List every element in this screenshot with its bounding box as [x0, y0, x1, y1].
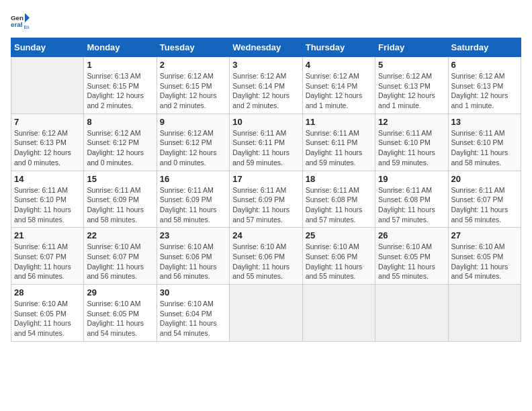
day-number: 7 [14, 117, 81, 127]
day-number: 16 [160, 174, 226, 184]
day-info: Sunrise: 6:11 AM Sunset: 6:10 PM Dayligh… [451, 128, 518, 168]
day-number: 4 [306, 60, 372, 70]
week-row-4: 21Sunrise: 6:11 AM Sunset: 6:07 PM Dayli… [11, 228, 521, 285]
day-number: 10 [232, 117, 299, 127]
day-number: 14 [14, 174, 81, 184]
day-number: 20 [451, 174, 518, 184]
calendar-cell: 28Sunrise: 6:10 AM Sunset: 6:05 PM Dayli… [11, 285, 84, 342]
day-info: Sunrise: 6:11 AM Sunset: 6:10 PM Dayligh… [14, 185, 81, 225]
day-info: Sunrise: 6:11 AM Sunset: 6:09 PM Dayligh… [160, 185, 226, 225]
weekday-header-monday: Monday [84, 38, 157, 57]
weekday-header-sunday: Sunday [11, 38, 84, 57]
day-number: 8 [87, 117, 153, 127]
calendar-cell: 7Sunrise: 6:12 AM Sunset: 6:13 PM Daylig… [11, 113, 84, 171]
calendar-cell: 1Sunrise: 6:13 AM Sunset: 6:15 PM Daylig… [84, 57, 157, 114]
day-info: Sunrise: 6:10 AM Sunset: 6:06 PM Dayligh… [306, 242, 372, 281]
day-number: 1 [87, 60, 153, 70]
calendar-cell: 10Sunrise: 6:11 AM Sunset: 6:11 PM Dayli… [230, 113, 302, 171]
calendar-cell: 15Sunrise: 6:11 AM Sunset: 6:09 PM Dayli… [84, 171, 157, 228]
calendar-cell [448, 285, 521, 342]
day-info: Sunrise: 6:10 AM Sunset: 6:05 PM Dayligh… [14, 299, 81, 338]
logo-icon: Gen eral Blue [11, 11, 30, 30]
calendar-cell: 18Sunrise: 6:11 AM Sunset: 6:08 PM Dayli… [302, 171, 375, 228]
day-info: Sunrise: 6:11 AM Sunset: 6:07 PM Dayligh… [451, 185, 518, 225]
calendar-cell [11, 57, 84, 114]
calendar-cell: 30Sunrise: 6:10 AM Sunset: 6:04 PM Dayli… [157, 285, 229, 342]
day-number: 3 [232, 60, 299, 70]
day-number: 11 [306, 117, 372, 127]
day-number: 28 [14, 287, 81, 298]
calendar-cell: 5Sunrise: 6:12 AM Sunset: 6:13 PM Daylig… [375, 57, 448, 114]
calendar-cell [230, 285, 302, 342]
calendar-cell: 9Sunrise: 6:12 AM Sunset: 6:12 PM Daylig… [157, 113, 229, 171]
week-row-5: 28Sunrise: 6:10 AM Sunset: 6:05 PM Dayli… [11, 285, 521, 342]
calendar-cell: 16Sunrise: 6:11 AM Sunset: 6:09 PM Dayli… [157, 171, 229, 228]
day-info: Sunrise: 6:11 AM Sunset: 6:08 PM Dayligh… [378, 185, 445, 225]
logo: Gen eral Blue [11, 11, 32, 30]
day-number: 19 [378, 174, 445, 184]
day-info: Sunrise: 6:11 AM Sunset: 6:10 PM Dayligh… [378, 128, 445, 168]
day-info: Sunrise: 6:12 AM Sunset: 6:15 PM Dayligh… [160, 71, 226, 111]
day-number: 2 [160, 60, 226, 70]
calendar-cell: 22Sunrise: 6:10 AM Sunset: 6:07 PM Dayli… [84, 228, 157, 285]
day-info: Sunrise: 6:12 AM Sunset: 6:12 PM Dayligh… [160, 128, 226, 168]
day-number: 5 [378, 60, 445, 70]
calendar-cell: 24Sunrise: 6:10 AM Sunset: 6:06 PM Dayli… [230, 228, 302, 285]
day-info: Sunrise: 6:12 AM Sunset: 6:14 PM Dayligh… [232, 71, 299, 111]
day-info: Sunrise: 6:11 AM Sunset: 6:08 PM Dayligh… [306, 185, 372, 225]
calendar-cell: 26Sunrise: 6:10 AM Sunset: 6:05 PM Dayli… [375, 228, 448, 285]
day-info: Sunrise: 6:12 AM Sunset: 6:12 PM Dayligh… [87, 128, 153, 168]
day-number: 23 [160, 230, 226, 240]
day-number: 24 [232, 230, 299, 240]
weekday-header-thursday: Thursday [302, 38, 375, 57]
weekday-header-wednesday: Wednesday [230, 38, 302, 57]
day-info: Sunrise: 6:11 AM Sunset: 6:09 PM Dayligh… [87, 185, 153, 225]
day-info: Sunrise: 6:10 AM Sunset: 6:05 PM Dayligh… [451, 242, 518, 281]
svg-marker-2 [25, 13, 30, 23]
calendar-cell: 11Sunrise: 6:11 AM Sunset: 6:11 PM Dayli… [302, 113, 375, 171]
calendar-cell: 4Sunrise: 6:12 AM Sunset: 6:14 PM Daylig… [302, 57, 375, 114]
weekday-header-saturday: Saturday [448, 38, 521, 57]
calendar-cell: 6Sunrise: 6:12 AM Sunset: 6:13 PM Daylig… [448, 57, 521, 114]
calendar-table: SundayMondayTuesdayWednesdayThursdayFrid… [11, 38, 521, 342]
calendar-cell: 29Sunrise: 6:10 AM Sunset: 6:05 PM Dayli… [84, 285, 157, 342]
day-info: Sunrise: 6:10 AM Sunset: 6:05 PM Dayligh… [87, 299, 153, 338]
calendar-cell: 2Sunrise: 6:12 AM Sunset: 6:15 PM Daylig… [157, 57, 229, 114]
day-info: Sunrise: 6:11 AM Sunset: 6:09 PM Dayligh… [232, 185, 299, 225]
week-row-2: 7Sunrise: 6:12 AM Sunset: 6:13 PM Daylig… [11, 113, 521, 171]
calendar-cell: 25Sunrise: 6:10 AM Sunset: 6:06 PM Dayli… [302, 228, 375, 285]
day-info: Sunrise: 6:10 AM Sunset: 6:06 PM Dayligh… [160, 242, 226, 281]
day-info: Sunrise: 6:12 AM Sunset: 6:13 PM Dayligh… [14, 128, 81, 168]
day-number: 9 [160, 117, 226, 127]
day-info: Sunrise: 6:10 AM Sunset: 6:04 PM Dayligh… [160, 299, 226, 338]
calendar-cell: 27Sunrise: 6:10 AM Sunset: 6:05 PM Dayli… [448, 228, 521, 285]
day-info: Sunrise: 6:12 AM Sunset: 6:14 PM Dayligh… [306, 71, 372, 111]
day-number: 25 [306, 230, 372, 240]
calendar-cell: 19Sunrise: 6:11 AM Sunset: 6:08 PM Dayli… [375, 171, 448, 228]
day-number: 17 [232, 174, 299, 184]
day-number: 13 [451, 117, 518, 127]
day-info: Sunrise: 6:10 AM Sunset: 6:07 PM Dayligh… [87, 242, 153, 281]
day-info: Sunrise: 6:11 AM Sunset: 6:07 PM Dayligh… [14, 242, 81, 281]
calendar-cell: 13Sunrise: 6:11 AM Sunset: 6:10 PM Dayli… [448, 113, 521, 171]
day-info: Sunrise: 6:12 AM Sunset: 6:13 PM Dayligh… [378, 71, 445, 111]
day-number: 15 [87, 174, 153, 184]
calendar-cell: 23Sunrise: 6:10 AM Sunset: 6:06 PM Dayli… [157, 228, 229, 285]
weekday-header-row: SundayMondayTuesdayWednesdayThursdayFrid… [11, 38, 521, 57]
day-number: 6 [451, 60, 518, 70]
day-number: 12 [378, 117, 445, 127]
day-number: 18 [306, 174, 372, 184]
svg-text:Blue: Blue [24, 25, 30, 30]
weekday-header-tuesday: Tuesday [157, 38, 229, 57]
calendar-cell: 17Sunrise: 6:11 AM Sunset: 6:09 PM Dayli… [230, 171, 302, 228]
day-info: Sunrise: 6:12 AM Sunset: 6:13 PM Dayligh… [451, 71, 518, 111]
calendar-cell: 14Sunrise: 6:11 AM Sunset: 6:10 PM Dayli… [11, 171, 84, 228]
day-info: Sunrise: 6:13 AM Sunset: 6:15 PM Dayligh… [87, 71, 153, 111]
day-number: 21 [14, 230, 81, 240]
day-info: Sunrise: 6:11 AM Sunset: 6:11 PM Dayligh… [232, 128, 299, 168]
calendar-cell: 3Sunrise: 6:12 AM Sunset: 6:14 PM Daylig… [230, 57, 302, 114]
calendar-cell: 12Sunrise: 6:11 AM Sunset: 6:10 PM Dayli… [375, 113, 448, 171]
day-info: Sunrise: 6:11 AM Sunset: 6:11 PM Dayligh… [306, 128, 372, 168]
weekday-header-friday: Friday [375, 38, 448, 57]
day-number: 22 [87, 230, 153, 240]
